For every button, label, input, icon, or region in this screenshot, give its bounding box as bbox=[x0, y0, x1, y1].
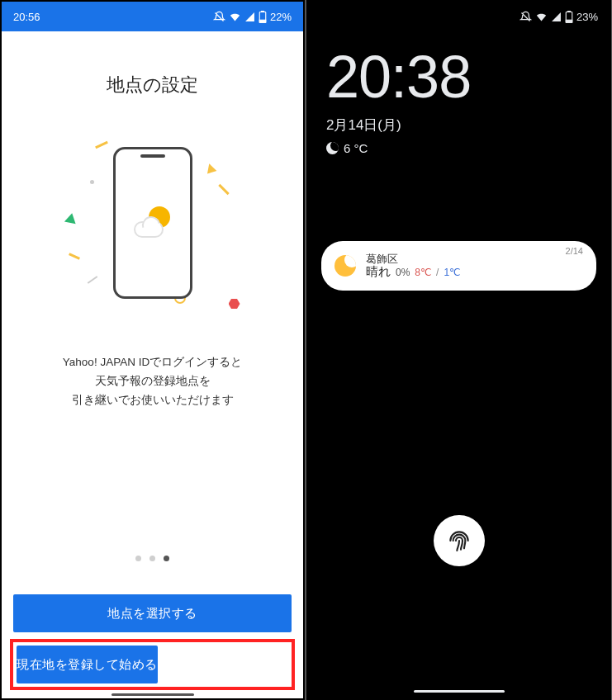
notif-date: 2/14 bbox=[566, 246, 583, 256]
notif-location: 葛飾区 bbox=[366, 253, 556, 266]
status-bar: 20:56 22% bbox=[2, 2, 303, 31]
phone-outline-icon bbox=[113, 147, 192, 299]
status-time: 20:56 bbox=[13, 11, 40, 23]
notif-precip: 0% bbox=[396, 267, 410, 278]
decor-line-icon bbox=[95, 141, 108, 149]
home-indicator[interactable] bbox=[414, 690, 505, 693]
fingerprint-icon bbox=[446, 527, 472, 554]
desc-line: 天気予報の登録地点を bbox=[95, 375, 211, 387]
status-battery-pct: 22% bbox=[270, 11, 292, 23]
fingerprint-button[interactable] bbox=[434, 515, 485, 566]
svg-rect-4 bbox=[567, 11, 570, 12]
lock-time: 20:38 bbox=[308, 31, 610, 111]
svg-rect-1 bbox=[261, 11, 263, 12]
page-title: 地点の設定 bbox=[21, 73, 283, 97]
lock-screen-content: 20:38 2月14日(月) 6 °C 葛飾区 晴れ 0% 8℃ / 1℃ bbox=[308, 31, 610, 698]
decor-dot-icon bbox=[90, 180, 94, 184]
pager-dots bbox=[2, 556, 303, 561]
slash: / bbox=[436, 267, 439, 278]
desc-line: Yahoo! JAPAN IDでログインすると bbox=[63, 356, 242, 368]
svg-rect-5 bbox=[566, 20, 572, 22]
select-location-button[interactable]: 地点を選択する bbox=[13, 594, 292, 632]
signal-icon bbox=[244, 12, 255, 22]
decor-line-icon bbox=[218, 184, 229, 195]
decor-line-icon bbox=[69, 253, 80, 260]
onboarding-content: 地点の設定 Yahoo! JAPAN IDでログインすると bbox=[2, 31, 303, 698]
wifi-icon bbox=[229, 11, 241, 23]
lock-temp: 6 °C bbox=[344, 141, 368, 155]
wifi-icon bbox=[535, 11, 548, 23]
notif-low-temp: 1℃ bbox=[444, 267, 460, 278]
phone-lock-screen: . 23% 20:38 2月14日(月) bbox=[306, 0, 611, 700]
sun-cloud-icon bbox=[132, 205, 173, 241]
status-battery-pct: 23% bbox=[576, 11, 598, 23]
decor-hex-icon bbox=[229, 299, 240, 309]
bell-off-icon bbox=[519, 11, 532, 23]
moon-icon bbox=[326, 142, 339, 154]
svg-rect-2 bbox=[259, 20, 266, 22]
pager-dot[interactable] bbox=[135, 556, 141, 561]
decor-triangle-icon bbox=[64, 212, 77, 225]
signal-icon bbox=[551, 12, 562, 22]
status-bar: . 23% bbox=[308, 2, 610, 31]
decor-line-icon bbox=[87, 276, 97, 284]
moon-icon bbox=[334, 255, 356, 277]
notif-high-temp: 8℃ bbox=[415, 267, 431, 278]
pager-dot[interactable] bbox=[149, 556, 155, 561]
battery-icon bbox=[259, 11, 267, 23]
onboarding-description: Yahoo! JAPAN IDでログインすると 天気予報の登録地点を 引き継いで… bbox=[21, 353, 283, 410]
desc-line: 引き継いでお使いいただけます bbox=[72, 394, 234, 406]
lock-weather: 6 °C bbox=[308, 135, 610, 155]
weather-notification[interactable]: 葛飾区 晴れ 0% 8℃ / 1℃ 2/14 bbox=[321, 241, 596, 291]
bell-off-icon bbox=[213, 11, 225, 23]
onboarding-illustration bbox=[62, 139, 244, 329]
callout-highlight: 現在地を登録して始める bbox=[10, 639, 295, 690]
pager-dot-active[interactable] bbox=[164, 556, 169, 561]
phone-app-onboarding: 20:56 22% 地点の設定 bbox=[0, 0, 305, 700]
home-indicator[interactable] bbox=[111, 693, 194, 696]
lock-date: 2月14日(月) bbox=[308, 111, 610, 135]
decor-triangle-icon bbox=[204, 162, 216, 173]
notif-condition: 晴れ bbox=[366, 265, 391, 279]
register-current-location-button[interactable]: 現在地を登録して始める bbox=[17, 646, 158, 683]
battery-icon bbox=[565, 11, 573, 23]
